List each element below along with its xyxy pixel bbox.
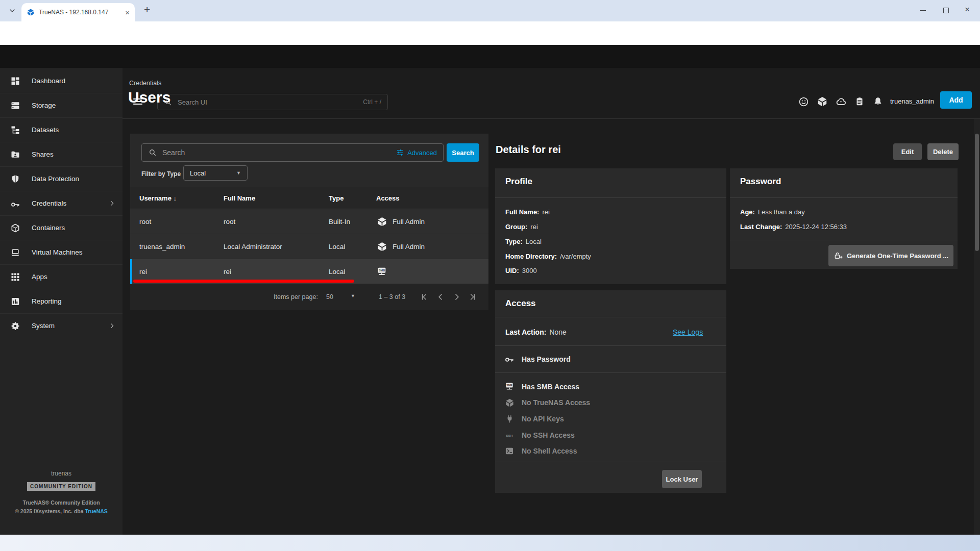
chevron-down-icon: ▼ <box>236 170 241 176</box>
users-table-panel: Advanced Search Filter by Type Local ▼ U… <box>130 134 488 310</box>
pagination-range: 1 – 3 of 3 <box>379 293 405 300</box>
tab-close-icon[interactable]: × <box>125 8 130 17</box>
tab-search-chevron-icon[interactable] <box>6 5 18 17</box>
sidebar-item-credentials[interactable]: Credentials <box>0 191 122 216</box>
access-item-label: Has SMB Access <box>522 383 579 391</box>
cloud-connect-icon[interactable] <box>835 96 847 108</box>
jobs-clipboard-icon[interactable] <box>854 96 865 107</box>
copyright-text: © 2025 iXsystems, Inc. dba <box>15 508 85 514</box>
window-minimize-button[interactable] <box>920 10 926 11</box>
browser-tabstrip: TrueNAS - 192.168.0.147 × + × <box>0 0 980 21</box>
table-header-row: Username ↓ Full Name Type Access <box>130 187 488 209</box>
truenas-footer-link[interactable]: TrueNAS <box>85 508 107 514</box>
shell-icon <box>504 446 514 456</box>
sidebar-item-datasets[interactable]: Datasets <box>0 118 122 142</box>
first-page-icon[interactable] <box>419 292 429 302</box>
sidebar-label: Virtual Machines <box>32 248 83 256</box>
sidebar-item-storage[interactable]: Storage <box>0 93 122 118</box>
sidebar-item-reporting[interactable]: Reporting <box>0 289 122 314</box>
column-access[interactable]: Access <box>376 194 400 202</box>
logged-in-username: truenas_admin <box>890 97 934 105</box>
field-full-name: Full Name:rei <box>505 208 550 216</box>
scrollbar-thumb[interactable] <box>975 134 979 251</box>
sidebar-item-virtual-machines[interactable]: Virtual Machines <box>0 240 122 265</box>
previous-page-icon[interactable] <box>435 292 446 302</box>
sidebar-item-containers[interactable]: Containers <box>0 216 122 240</box>
notifications-bell-icon[interactable] <box>872 96 884 107</box>
column-full-name[interactable]: Full Name <box>224 194 255 202</box>
column-type[interactable]: Type <box>329 194 344 202</box>
card-divider <box>495 317 726 317</box>
truenas-icon <box>504 397 514 408</box>
product-line: TrueNAS® Community Edition <box>0 499 122 506</box>
chevron-down-icon[interactable]: ▼ <box>351 293 355 298</box>
table-row-truenas-admin[interactable]: truenas_admin Local Administrator Local … <box>130 234 488 259</box>
access-card-title: Access <box>505 298 536 309</box>
feedback-smiley-icon[interactable] <box>798 96 810 108</box>
tab-title: TrueNAS - 192.168.0.147 <box>39 9 125 16</box>
table-row-root[interactable]: root root Built-In Full Admin <box>130 209 488 234</box>
sidebar-item-system[interactable]: System <box>0 314 122 338</box>
truenas-access-icon <box>376 241 387 252</box>
sidebar-item-apps[interactable]: Apps <box>0 265 122 289</box>
cell-access: Full Admin <box>393 243 425 251</box>
field-last-change: Last Change:2025-12-24 12:56:33 <box>740 223 847 231</box>
global-search[interactable]: Ctrl + / <box>157 94 388 110</box>
items-per-page-value[interactable]: 50 <box>326 293 333 300</box>
generate-otp-button[interactable]: Generate One-Time Password ... <box>828 245 953 266</box>
column-username[interactable]: Username ↓ <box>139 194 177 202</box>
sidebar-label: Credentials <box>32 199 66 207</box>
generate-otp-label: Generate One-Time Password ... <box>847 252 948 260</box>
breadcrumb[interactable]: Credentials <box>129 80 161 87</box>
edit-button[interactable]: Edit <box>893 143 922 160</box>
users-search-box[interactable]: Advanced <box>141 143 444 162</box>
sidebar-item-shares[interactable]: Shares <box>0 142 122 167</box>
next-page-icon[interactable] <box>452 292 462 302</box>
sidebar-item-dashboard[interactable]: Dashboard <box>0 69 122 93</box>
ssh-icon: SSH <box>504 430 514 440</box>
delete-button[interactable]: Delete <box>927 143 959 160</box>
filter-type-value: Local <box>190 169 206 177</box>
window-close-button[interactable]: × <box>965 5 970 15</box>
browser-tab[interactable]: TrueNAS - 192.168.0.147 × <box>21 3 135 21</box>
chevron-right-icon <box>109 200 115 207</box>
last-page-icon[interactable] <box>468 292 478 302</box>
header-divider <box>122 118 980 119</box>
cell-type: Local <box>329 243 345 251</box>
sidebar-label: Dashboard <box>32 77 65 85</box>
truecommand-icon[interactable] <box>817 96 828 107</box>
page-title: Users <box>128 89 170 106</box>
cell-username: truenas_admin <box>139 243 185 251</box>
sidebar-label: Apps <box>32 273 47 281</box>
sidebar-item-data-protection[interactable]: Data Protection <box>0 167 122 191</box>
cell-type: Built-In <box>329 218 350 226</box>
red-underline-annotation <box>133 280 354 283</box>
api-plug-icon <box>504 414 514 424</box>
browser-toolbar: 保護されていない通信 192.168.0.147/ui/credentials/… <box>0 21 980 45</box>
card-divider <box>730 240 958 240</box>
global-search-input[interactable] <box>178 98 363 106</box>
advanced-search-toggle[interactable]: Advanced <box>396 148 437 157</box>
selected-row-indicator <box>130 259 132 284</box>
window-maximize-button[interactable] <box>943 8 949 13</box>
users-search-input[interactable] <box>162 148 396 157</box>
cell-username: rei <box>139 268 147 276</box>
field-password-age: Age:Less than a day <box>740 208 805 216</box>
filter-type-dropdown[interactable]: Local ▼ <box>183 165 248 181</box>
access-item-label: No TrueNAS Access <box>522 398 590 407</box>
add-user-button[interactable]: Add <box>940 91 972 109</box>
see-logs-link[interactable]: See Logs <box>673 328 703 336</box>
filter-by-type-label: Filter by Type <box>141 170 181 178</box>
screen: TrueNAS - 192.168.0.147 × + × 保護されていない通信… <box>0 0 980 551</box>
lock-user-button[interactable]: Lock User <box>662 470 702 488</box>
sidebar-hostname: truenas <box>0 470 122 477</box>
new-tab-button[interactable]: + <box>144 4 150 16</box>
field-group: Group:rei <box>505 223 538 231</box>
search-button[interactable]: Search <box>447 143 479 162</box>
pagination-bar: Items per page: 50 ▼ 1 – 3 of 3 <box>130 284 488 310</box>
cell-full-name: rei <box>224 268 231 276</box>
sidebar-label: System <box>32 322 55 330</box>
items-per-page-label: Items per page: <box>274 293 318 300</box>
sidebar: Dashboard Storage Datasets Shares Data P… <box>0 68 122 535</box>
truenas-appbar: TrueNAS Ctrl + / truenas_admin <box>0 45 980 68</box>
